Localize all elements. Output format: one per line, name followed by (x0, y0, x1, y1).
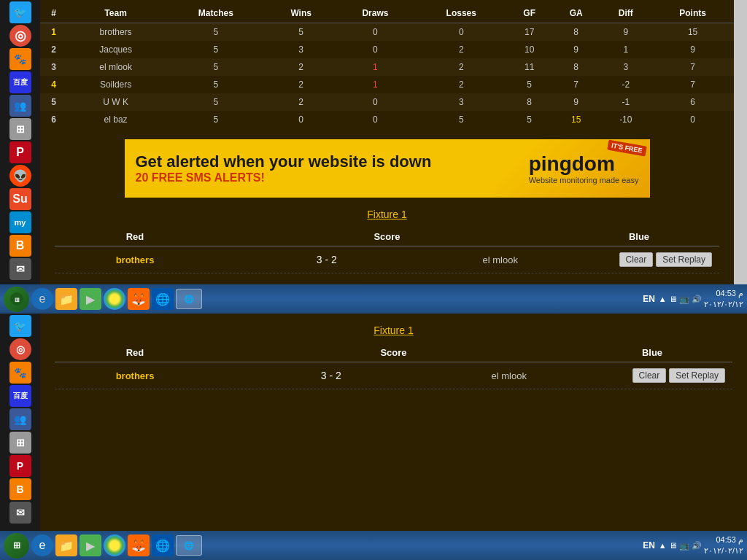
cell-ga: 8 (552, 23, 600, 42)
social-gplus[interactable]: ◎ (9, 25, 31, 47)
social-people[interactable]: 👥 (9, 95, 31, 117)
chrome-icon-lower[interactable] (104, 534, 125, 556)
social-pinterest[interactable]: P (9, 141, 31, 163)
taskbar-upper: ⊞ e 📁 ▶ 🦊 🌐 🌐 EN ▲ 🖥 📺 🔊 04:53 م ٢٠١٢/٠٢… (0, 284, 747, 314)
social-layers-b[interactable]: ⊞ (9, 432, 31, 454)
social-twitter-b[interactable]: 🐦 (9, 315, 31, 337)
folder-icon-upper[interactable]: 📁 (55, 288, 77, 310)
media-icon-lower[interactable]: ▶ (80, 534, 101, 556)
folder-icon-lower[interactable]: 📁 (55, 534, 77, 556)
social-blogger[interactable]: B (9, 235, 31, 257)
ie-icon-lower[interactable]: e (31, 534, 53, 556)
social-mail-b[interactable]: ✉ (9, 502, 31, 524)
social-mail[interactable]: ✉ (9, 258, 31, 280)
taskbar-time-upper: 04:53 م ٢٠١٢/٠٢/١٢ (704, 288, 743, 311)
active-window-label: 🌐 (184, 295, 194, 304)
col-points: Points (651, 4, 734, 23)
social-baidu-b[interactable]: 百度 (9, 385, 31, 407)
start-button-lower[interactable]: ⊞ (4, 533, 29, 559)
cell-team: Soilders (67, 76, 164, 93)
replay-button-bottom[interactable]: Set Replay (669, 368, 725, 383)
fixture-row-bottom: brothers 3 - 2 el mlook Clear Set Replay (55, 362, 732, 389)
active-window-upper[interactable]: 🌐 (176, 289, 202, 309)
social-stumble[interactable]: Su (9, 188, 31, 210)
cell-wins: 2 (268, 58, 335, 76)
taskbar-sys-upper: EN ▲ 🖥 📺 🔊 (643, 294, 702, 304)
fixture-col-red-bottom: Red (62, 347, 208, 358)
taskbar-time-lower: 04:53 م ٢٠١٢/٠٢/١٢ (704, 534, 743, 557)
col-rank: # (40, 4, 67, 23)
globe-icon-lower[interactable]: 🌐 (152, 534, 174, 556)
sys-icons-lower: ▲ 🖥 📺 🔊 (659, 541, 702, 551)
fixture-col-score-bottom: Score (339, 347, 449, 358)
media-icon-upper[interactable]: ▶ (80, 288, 101, 310)
social-paw-b[interactable]: 🐾 (9, 362, 31, 384)
clear-button-top[interactable]: Clear (619, 252, 654, 267)
cell-gf: 10 (507, 41, 552, 58)
cell-matches: 5 (164, 111, 267, 128)
ad-main-text: Get alerted when your website is down (136, 152, 432, 171)
fixture-header-top: Red Score Blue (55, 228, 719, 246)
cell-matches: 5 (164, 93, 267, 111)
social-sidebar-top: 🐦 ◎ 🐾 百度 👥 ⊞ P 👽 Su my B ✉ (0, 0, 40, 314)
fixture-header-bottom: Red Score Blue (55, 343, 732, 362)
cell-gf: 5 (507, 76, 552, 93)
fixture-col-blue-bottom: Blue (579, 347, 725, 358)
fixture-title-top[interactable]: Fixture 1 (55, 209, 719, 220)
fixture-col-red-top: Red (62, 231, 208, 242)
social-reddit[interactable]: 👽 (9, 165, 31, 187)
cell-matches: 5 (164, 23, 267, 42)
firefox-icon-lower[interactable]: 🦊 (128, 534, 150, 556)
cell-matches: 5 (164, 41, 267, 58)
social-layers[interactable]: ⊞ (9, 118, 31, 140)
fixture-team-blue-top: el mlook (446, 254, 555, 265)
col-draws: Draws (335, 4, 416, 23)
col-gf: GF (507, 4, 552, 23)
scrollbar-top[interactable] (734, 0, 747, 314)
ad-banner[interactable]: Get alerted when your website is down 20… (125, 139, 650, 198)
cell-wins: 5 (268, 23, 335, 42)
ad-left: Get alerted when your website is down 20… (136, 152, 432, 184)
ad-sub-text: 20 FREE SMS ALERTS! (136, 171, 432, 184)
cell-draws: 0 (335, 41, 416, 58)
col-ga: GA (552, 4, 600, 23)
ie-icon-upper[interactable]: e (31, 288, 53, 310)
social-people-b[interactable]: 👥 (9, 408, 31, 430)
replay-button-top[interactable]: Set Replay (656, 252, 712, 267)
firefox-icon-upper[interactable]: 🦊 (128, 288, 150, 310)
social-blogger-b[interactable]: B (9, 478, 31, 500)
social-my[interactable]: my (9, 211, 31, 233)
cell-team: U W K (67, 93, 164, 111)
cell-rank: 2 (40, 41, 67, 58)
globe-icon-upper[interactable]: 🌐 (152, 288, 174, 310)
table-row: 5 U W K 5 2 0 3 8 9 -1 6 (40, 93, 734, 111)
fixture-score-bottom: 3 - 2 (276, 370, 386, 381)
start-button-upper[interactable]: ⊞ (4, 287, 29, 312)
col-losses: Losses (416, 4, 507, 23)
cell-diff: 3 (600, 58, 651, 76)
ad-right: pingdom Website monitoring made easy (529, 152, 639, 184)
clear-button-bottom[interactable]: Clear (632, 368, 667, 383)
cell-gf: 11 (507, 58, 552, 76)
chrome-icon-upper[interactable] (104, 288, 125, 310)
cell-ga: 8 (552, 58, 600, 76)
social-baidu[interactable]: 百度 (9, 71, 31, 93)
cell-diff: -10 (600, 111, 651, 128)
cell-matches: 5 (164, 76, 267, 93)
social-paw[interactable]: 🐾 (9, 48, 31, 70)
cell-ga: 9 (552, 93, 600, 111)
lang-lower: EN (643, 540, 655, 551)
social-gplus-b[interactable]: ◎ (9, 338, 31, 360)
fixture-title-bottom[interactable]: Fixture 1 (55, 324, 732, 336)
cell-points: 7 (651, 76, 734, 93)
active-window-lower[interactable]: 🌐 (176, 535, 202, 556)
cell-rank: 6 (40, 111, 67, 128)
cell-points: 15 (651, 23, 734, 42)
cell-team: el baz (67, 111, 164, 128)
col-wins: Wins (268, 4, 335, 23)
table-row: 3 el mlook 5 2 1 2 11 8 3 7 (40, 58, 734, 76)
social-sidebar-bottom: 🐦 ◎ 🐾 百度 👥 ⊞ P B ✉ (0, 314, 40, 531)
social-pinterest-b[interactable]: P (9, 455, 31, 477)
cell-rank: 1 (40, 23, 67, 42)
social-twitter[interactable]: 🐦 (9, 1, 31, 23)
